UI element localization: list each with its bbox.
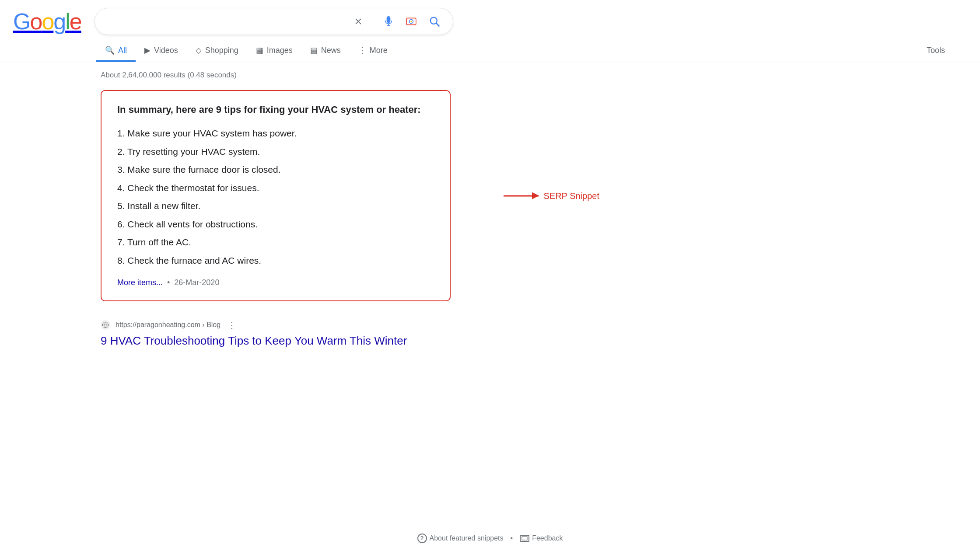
snippet-item-1: Make sure your HVAC system has power. — [117, 124, 434, 143]
serp-label: SERP Snippet — [544, 191, 600, 201]
svg-rect-9 — [522, 537, 527, 540]
google-logo[interactable]: Google — [13, 8, 86, 35]
search-bar-icons — [352, 14, 442, 29]
source-url-path: Blog — [206, 321, 220, 328]
bottom-bar-dot: • — [511, 534, 513, 542]
more-items-link[interactable]: More items... — [117, 278, 163, 287]
logo-letter-o1: o — [30, 8, 42, 35]
arrow-line — [504, 195, 539, 196]
news-icon: ▤ — [310, 45, 318, 55]
images-icon: ▦ — [256, 45, 263, 55]
tab-shopping-label: Shopping — [205, 46, 238, 55]
snippet-item-8: Check the furnace and AC wires. — [117, 251, 434, 270]
tab-all-label: All — [118, 46, 127, 55]
feedback-icon — [520, 535, 529, 542]
search-tabs: 🔍 All ▶ Videos ◇ Shopping ▦ Images ▤ New… — [0, 39, 980, 62]
source-title-link[interactable]: 9 HVAC Troubleshooting Tips to Keep You … — [101, 334, 407, 347]
about-featured-snippets-link[interactable]: ? About featured snippets — [417, 534, 504, 543]
source-result: https://paragonheating.com › Blog ⋮ 9 HV… — [101, 315, 451, 353]
tab-videos[interactable]: ▶ Videos — [136, 39, 187, 62]
snippet-title: In summary, here are 9 tips for fixing y… — [117, 104, 434, 115]
close-icon — [354, 17, 363, 26]
more-icon: ⋮ — [358, 45, 366, 55]
shopping-icon: ◇ — [196, 45, 202, 55]
svg-line-6 — [436, 23, 439, 26]
source-menu-button[interactable]: ⋮ — [228, 320, 236, 330]
search-input[interactable]: how to fix hvac system — [105, 15, 346, 28]
feedback-link[interactable]: Feedback — [520, 534, 563, 542]
visual-search-button[interactable] — [404, 14, 419, 29]
main-results: About 2,64,00,000 results (0.48 seconds)… — [101, 71, 477, 353]
snippet-item-6: Check all vents for obstructions. — [117, 215, 434, 234]
results-count: About 2,64,00,000 results (0.48 seconds) — [101, 71, 477, 80]
search-icon: 🔍 — [105, 45, 115, 55]
tab-images[interactable]: ▦ Images — [247, 39, 301, 62]
search-bar-wrapper: how to fix hvac system — [94, 8, 453, 35]
source-url-row: https://paragonheating.com › Blog ⋮ — [101, 320, 451, 330]
snippet-item-7: Turn off the AC. — [117, 233, 434, 251]
tab-news[interactable]: ▤ News — [301, 39, 350, 62]
bottom-bar: ? About featured snippets • Feedback — [0, 525, 980, 551]
info-icon: ? — [417, 534, 427, 543]
source-url: https://paragonheating.com › Blog — [116, 321, 220, 329]
microphone-button[interactable] — [381, 14, 396, 29]
svg-point-4 — [410, 21, 412, 22]
tools-label: Tools — [927, 46, 945, 55]
tab-more[interactable]: ⋮ More — [350, 39, 396, 62]
tab-videos-label: Videos — [154, 46, 178, 55]
search-bar: how to fix hvac system — [94, 8, 453, 35]
logo-letter-l: l — [65, 8, 70, 35]
video-icon: ▶ — [144, 45, 150, 55]
search-button[interactable] — [427, 14, 442, 29]
snippet-item-4: Check the thermostat for issues. — [117, 179, 434, 197]
tab-all[interactable]: 🔍 All — [96, 39, 136, 62]
featured-snippet: In summary, here are 9 tips for fixing y… — [101, 90, 451, 301]
serp-arrow — [504, 195, 539, 196]
flag-icon — [522, 536, 528, 541]
snippet-footer: More items... • 26-Mar-2020 — [117, 278, 434, 287]
snippet-item-3: Make sure the furnace door is closed. — [117, 160, 434, 179]
snippet-container: In summary, here are 9 tips for fixing y… — [101, 90, 477, 301]
snippet-item-2: Try resetting your HVAC system. — [117, 143, 434, 161]
tab-news-label: News — [321, 46, 341, 55]
snippet-dot: • — [167, 278, 170, 287]
globe-icon — [102, 321, 109, 328]
source-favicon — [101, 320, 110, 330]
serp-annotation: SERP Snippet — [504, 191, 600, 201]
search-icon — [428, 15, 441, 28]
logo-letter-o2: o — [42, 8, 53, 35]
source-url-base: https://paragonheating.com — [116, 321, 200, 328]
camera-icon — [406, 16, 417, 27]
results-area: About 2,64,00,000 results (0.48 seconds)… — [0, 62, 980, 362]
about-snippets-text: About featured snippets — [430, 534, 504, 542]
snippet-item-5: Install a new filter. — [117, 197, 434, 215]
source-url-separator: › — [202, 321, 206, 328]
divider — [373, 15, 373, 28]
logo-letter-g: G — [13, 8, 30, 35]
tab-images-label: Images — [267, 46, 293, 55]
clear-search-button[interactable] — [352, 15, 365, 28]
tab-shopping[interactable]: ◇ Shopping — [187, 39, 247, 62]
tab-more-label: More — [370, 46, 388, 55]
logo-letter-g2: g — [53, 8, 65, 35]
logo-letter-e: e — [70, 8, 81, 35]
feedback-text: Feedback — [532, 534, 563, 542]
header: Google how to fix hvac system — [0, 0, 980, 39]
snippet-date: 26-Mar-2020 — [174, 278, 219, 287]
microphone-icon — [383, 16, 394, 27]
snippet-list: Make sure your HVAC system has power. Tr… — [117, 124, 434, 269]
tools-button[interactable]: Tools — [918, 40, 954, 62]
